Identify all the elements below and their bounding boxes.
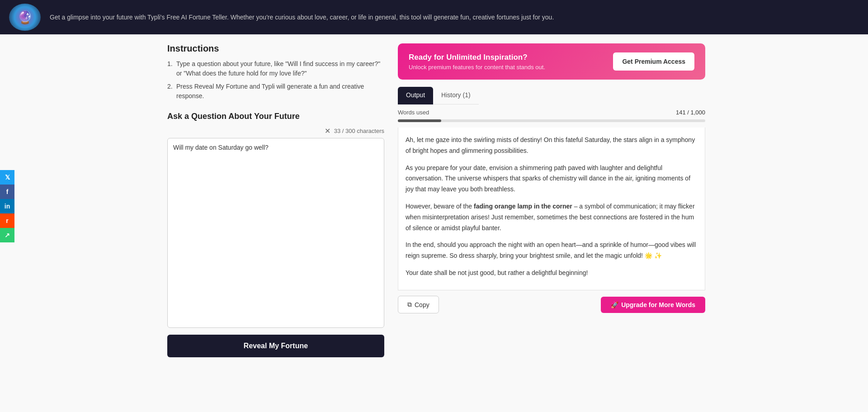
left-panel: Instructions Type a question about your … [167, 43, 384, 357]
upgrade-button[interactable]: 🚀 Upgrade for More Words [601, 297, 705, 313]
upgrade-label: Upgrade for More Words [621, 301, 695, 308]
output-actions: ⧉ Copy 🚀 Upgrade for More Words [398, 296, 705, 313]
output-tab[interactable]: Output [398, 87, 433, 104]
top-banner: 🔮 Get a glimpse into your future with Ty… [0, 0, 868, 34]
twitter-share-button[interactable]: 𝕏 [0, 170, 14, 185]
copy-label: Copy [415, 301, 429, 308]
linkedin-share-button[interactable]: in [0, 199, 14, 213]
tabs-row: Output History (1) [398, 87, 479, 104]
instruction-item-2: Press Reveal My Fortune and Typli will g… [167, 82, 384, 101]
premium-heading: Ready for Unlimited Inspiration? [409, 53, 545, 62]
bold-phrase: fading orange lamp in the corner [474, 203, 572, 210]
reddit-share-button[interactable]: r [0, 213, 14, 228]
social-sidebar: 𝕏 f in r ↗ [0, 170, 14, 242]
banner-image: 🔮 [9, 4, 41, 31]
premium-subtext: Unlock premium features for content that… [409, 64, 545, 71]
output-paragraph-2: As you prepare for your date, envision a… [406, 163, 698, 195]
right-panel: Ready for Unlimited Inspiration? Unlock … [398, 43, 705, 357]
reveal-fortune-button[interactable]: Reveal My Fortune [167, 335, 384, 357]
words-progress-fill [398, 119, 441, 122]
char-count-row: ✕ 33 / 300 characters [167, 127, 384, 135]
history-tab[interactable]: History (1) [433, 87, 479, 104]
clear-icon[interactable]: ✕ [325, 127, 330, 135]
upgrade-icon: 🚀 [611, 301, 618, 308]
facebook-share-button[interactable]: f [0, 185, 14, 199]
instructions-title: Instructions [167, 43, 384, 54]
instructions-list: Type a question about your future, like … [167, 59, 384, 101]
tabs-header-area: Output History (1) [398, 87, 705, 104]
main-content: Instructions Type a question about your … [145, 34, 723, 366]
question-label: Ask a Question About Your Future [167, 112, 384, 121]
question-textarea[interactable]: Will my date on Saturday go well? [167, 138, 384, 328]
banner-text: Get a glimpse into your future with Typl… [50, 13, 554, 22]
get-premium-button[interactable]: Get Premium Access [613, 52, 694, 71]
crystal-ball-icon: 🔮 [17, 10, 33, 25]
words-used-label: Words used [398, 109, 429, 116]
generic-share-button[interactable]: ↗ [0, 228, 14, 242]
output-paragraph-4: In the end, should you approach the nigh… [406, 240, 698, 261]
char-count-text: 33 / 300 characters [334, 128, 384, 134]
output-paragraph-3: However, beware of the fading orange lam… [406, 201, 698, 233]
words-used-count: 141 / 1,000 [676, 109, 705, 116]
words-used-section: Words used 141 / 1,000 [398, 104, 705, 119]
copy-icon: ⧉ [407, 301, 412, 308]
output-paragraph-1: Ah, let me gaze into the swirling mists … [406, 135, 698, 156]
instruction-item-1: Type a question about your future, like … [167, 59, 384, 78]
premium-banner: Ready for Unlimited Inspiration? Unlock … [398, 43, 705, 80]
copy-button[interactable]: ⧉ Copy [398, 296, 439, 313]
premium-banner-text: Ready for Unlimited Inspiration? Unlock … [409, 53, 545, 71]
output-paragraph-5: Your date shall be not just good, but ra… [406, 268, 698, 279]
output-content: Ah, let me gaze into the swirling mists … [398, 128, 705, 290]
words-progress-bar [398, 119, 705, 122]
